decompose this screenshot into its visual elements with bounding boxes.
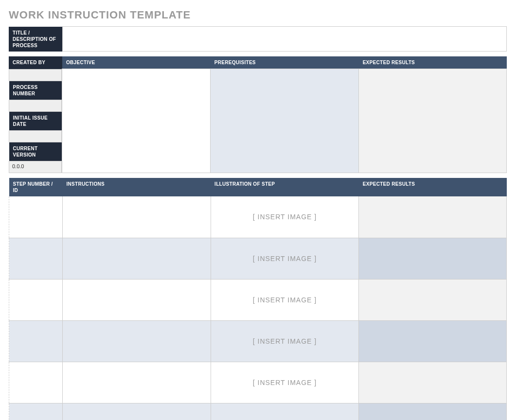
step-illustration-cell[interactable]: [ INSERT IMAGE ] [211,196,359,238]
prerequisites-header: PREREQUISITES [211,56,359,69]
process-number-input[interactable] [9,100,62,111]
step-illustration-cell[interactable]: [ INSERT IMAGE ] [211,320,359,362]
created-by-input[interactable] [9,69,62,81]
step-row: [ INSERT IMAGE ] [9,320,507,362]
steps-table: STEP NUMBER / ID INSTRUCTIONS ILLUSTRATI… [9,178,507,420]
prerequisites-input[interactable] [211,69,359,173]
objective-input[interactable] [62,69,211,173]
step-instructions-input[interactable] [62,362,211,403]
step-expected-input[interactable] [359,320,507,362]
expected-results-header: EXPECTED RESULTS [359,56,507,69]
title-description-label: TITLE / DESCRIPTION OF PROCESS [9,27,62,52]
title-description-input[interactable] [62,27,507,52]
initial-issue-date-label: INITIAL ISSUE DATE [9,111,62,130]
initial-issue-date-input[interactable] [9,130,62,142]
step-row: [ INSERT IMAGE ] [9,279,507,320]
step-instructions-input[interactable] [62,320,211,362]
step-instructions-input[interactable] [62,238,211,279]
created-by-label: CREATED BY [9,56,62,69]
step-expected-input[interactable] [359,403,507,420]
step-id-input[interactable] [9,403,63,420]
insert-image-placeholder: [ INSERT IMAGE ] [211,362,359,403]
insert-image-placeholder: [ INSERT IMAGE ] [211,280,359,320]
insert-image-placeholder: [ INSERT IMAGE ] [211,238,359,279]
illustration-header: ILLUSTRATION OF STEP [211,178,359,196]
objective-header: OBJECTIVE [62,56,211,69]
current-version-input[interactable]: 0.0.0 [9,161,62,173]
step-id-header: STEP NUMBER / ID [9,178,63,196]
step-id-input[interactable] [9,362,63,403]
step-row: [ INSERT IMAGE ] [9,196,507,238]
step-expected-input[interactable] [359,279,507,320]
title-description-table: TITLE / DESCRIPTION OF PROCESS [9,26,507,52]
step-id-input[interactable] [9,196,63,238]
step-instructions-input[interactable] [62,279,211,320]
step-illustration-cell[interactable]: [ INSERT IMAGE ] [211,362,359,403]
step-id-input[interactable] [9,320,63,362]
step-row: [ INSERT IMAGE ] [9,362,507,403]
instructions-header: INSTRUCTIONS [62,178,211,196]
step-illustration-cell[interactable]: [ INSERT IMAGE ] [211,403,359,420]
step-expected-input[interactable] [359,362,507,403]
step-instructions-input[interactable] [62,196,211,238]
insert-image-placeholder: [ INSERT IMAGE ] [211,196,359,238]
step-expected-input[interactable] [359,238,507,279]
step-id-input[interactable] [9,279,63,320]
expected-results-input[interactable] [359,69,507,173]
step-expected-input[interactable] [359,196,507,238]
step-illustration-cell[interactable]: [ INSERT IMAGE ] [211,238,359,279]
step-instructions-input[interactable] [62,403,211,420]
insert-image-placeholder: [ INSERT IMAGE ] [211,403,359,420]
process-number-label: PROCESS NUMBER [9,81,62,100]
page-title: WORK INSTRUCTION TEMPLATE [9,9,508,21]
step-row: [ INSERT IMAGE ] [9,238,507,279]
step-id-input[interactable] [9,238,63,279]
meta-table: CREATED BY OBJECTIVE PREREQUISITES EXPEC… [9,56,507,173]
step-expected-header: EXPECTED RESULTS [359,178,507,196]
step-row: [ INSERT IMAGE ] [9,403,507,420]
current-version-label: CURRENT VERSION [9,142,62,161]
insert-image-placeholder: [ INSERT IMAGE ] [211,321,359,362]
step-illustration-cell[interactable]: [ INSERT IMAGE ] [211,279,359,320]
